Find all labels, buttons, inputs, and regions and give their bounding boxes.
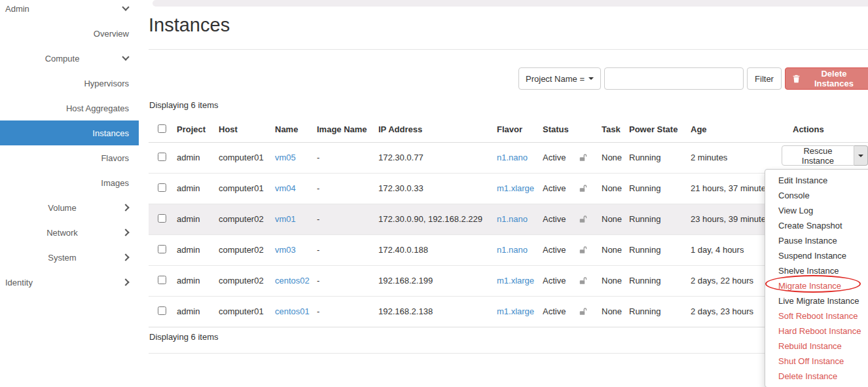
row-select-checkbox[interactable]: [158, 214, 166, 223]
menu-item-soft-reboot-instance[interactable]: Soft Reboot Instance: [765, 308, 868, 323]
sidebar-item-instances[interactable]: Instances: [0, 120, 139, 145]
cell-status: Active: [543, 173, 579, 204]
table-row: admincomputer02centos02-192.168.2.199m1.…: [149, 265, 868, 296]
menu-item-live-migrate-instance[interactable]: Live Migrate Instance: [765, 293, 868, 308]
filter-search-input[interactable]: [604, 67, 744, 90]
delete-instances-label: Delete Instances: [805, 69, 863, 88]
cell-host: computer01: [219, 142, 275, 173]
sidebar-item-overview[interactable]: Overview: [0, 21, 139, 46]
cell-project: admin: [177, 204, 219, 234]
delete-instances-button[interactable]: Delete Instances: [785, 67, 868, 90]
sidebar-item-label: Overview: [94, 29, 129, 39]
flavor-link[interactable]: n1.nano: [497, 214, 528, 224]
unlocked-icon: [579, 215, 602, 224]
filter-button[interactable]: Filter: [747, 67, 782, 90]
menu-item-shelve-instance[interactable]: Shelve Instance: [765, 263, 868, 278]
cell-power-state: Running: [629, 265, 691, 296]
cell-image-name: -: [317, 173, 378, 204]
cell-ip-address: 192.168.2.138: [378, 296, 497, 327]
column-header-actions: Actions: [793, 117, 868, 142]
flavor-link[interactable]: n1.nano: [497, 245, 528, 255]
unlocked-icon: [579, 153, 602, 162]
sidebar-item-label: Network: [46, 228, 78, 238]
sidebar-item-system[interactable]: System: [0, 245, 139, 270]
instance-name-link[interactable]: centos02: [275, 276, 310, 286]
select-all-checkbox[interactable]: [158, 124, 166, 133]
chevron-down-icon: [858, 155, 863, 157]
column-header-flavor: Flavor: [497, 117, 543, 142]
menu-item-suspend-instance[interactable]: Suspend Instance: [765, 248, 868, 263]
cell-project: admin: [177, 296, 219, 327]
menu-item-rebuild-instance[interactable]: Rebuild Instance: [765, 339, 868, 354]
cell-ip-address: 172.30.0.90, 192.168.2.229: [378, 204, 497, 234]
sidebar-item-network[interactable]: Network: [0, 220, 139, 245]
table-row: admincomputer02vm01-172.30.0.90, 192.168…: [149, 204, 868, 234]
sidebar-item-label: Instances: [92, 128, 129, 138]
cell-image-name: -: [317, 234, 378, 265]
menu-item-view-log[interactable]: View Log: [765, 203, 868, 218]
row-select-checkbox[interactable]: [158, 306, 166, 315]
instance-name-link[interactable]: centos01: [275, 306, 310, 316]
table-header-row: ProjectHostNameImage NameIP AddressFlavo…: [149, 117, 868, 142]
menu-item-shut-off-instance[interactable]: Shut Off Instance: [765, 354, 868, 369]
column-header-image-name: Image Name: [317, 117, 378, 142]
sidebar-item-host-aggregates[interactable]: Host Aggregates: [0, 96, 139, 120]
cell-task: None: [602, 142, 629, 173]
sidebar-item-label: Hypervisors: [84, 79, 129, 88]
cell-ip-address: 192.168.2.199: [378, 265, 497, 296]
sidebar-item-images[interactable]: Images: [0, 170, 139, 195]
column-header-power-state: Power State: [629, 117, 691, 142]
cell-power-state: Running: [629, 204, 691, 234]
footer-divider: [149, 353, 868, 354]
menu-item-create-snapshot[interactable]: Create Snapshot: [765, 218, 868, 233]
actions-caret-button[interactable]: [854, 145, 868, 166]
row-select-checkbox[interactable]: [158, 153, 166, 161]
menu-item-edit-instance[interactable]: Edit Instance: [765, 173, 868, 188]
cell-project: admin: [177, 234, 219, 265]
cell-ip-address: 172.30.0.33: [378, 173, 497, 204]
row-select-checkbox[interactable]: [158, 276, 166, 284]
column-header-project: Project: [177, 117, 219, 142]
sidebar-item-label: Admin: [5, 4, 29, 14]
row-select-checkbox[interactable]: [158, 245, 166, 253]
chevron-down-icon: [122, 53, 129, 60]
menu-item-pause-instance[interactable]: Pause Instance: [765, 233, 868, 248]
cell-host: computer01: [219, 173, 275, 204]
menu-item-console[interactable]: Console: [765, 188, 868, 203]
filter-field-dropdown[interactable]: Project Name =: [518, 67, 601, 90]
instance-name-link[interactable]: vm04: [275, 183, 296, 193]
sidebar-item-admin[interactable]: Admin: [0, 0, 139, 21]
sidebar-item-hypervisors[interactable]: Hypervisors: [0, 71, 139, 96]
cell-task: None: [602, 234, 629, 265]
sidebar-item-flavors[interactable]: Flavors: [0, 145, 139, 170]
instance-name-link[interactable]: vm03: [275, 245, 296, 255]
table-row: admincomputer02vm03-172.40.0.188n1.nanoA…: [149, 234, 868, 265]
sidebar-item-label: Host Aggregates: [66, 103, 129, 113]
cell-project: admin: [177, 142, 219, 173]
column-header-host: Host: [219, 117, 275, 142]
row-actions-menu: Edit InstanceConsoleView LogCreate Snaps…: [765, 169, 868, 387]
rescue-instance-button[interactable]: Rescue Instance: [782, 145, 854, 166]
flavor-link[interactable]: m1.xlarge: [497, 306, 534, 316]
sidebar-item-identity[interactable]: Identity: [0, 270, 139, 295]
title-divider: [149, 49, 868, 50]
menu-item-delete-instance[interactable]: Delete Instance: [765, 369, 868, 384]
menu-item-hard-reboot-instance[interactable]: Hard Reboot Instance: [765, 323, 868, 339]
sidebar-item-compute[interactable]: Compute: [0, 46, 139, 71]
menu-item-migrate-instance[interactable]: Migrate Instance: [765, 278, 868, 293]
sidebar-item-volume[interactable]: Volume: [0, 195, 139, 220]
row-select-checkbox[interactable]: [158, 183, 166, 192]
column-header-ip-address: IP Address: [378, 117, 497, 142]
flavor-link[interactable]: m1.xlarge: [497, 183, 534, 193]
cell-task: None: [602, 296, 629, 327]
flavor-link[interactable]: n1.nano: [497, 153, 528, 162]
instance-name-link[interactable]: vm05: [275, 153, 296, 162]
column-header-age: Age: [691, 117, 793, 142]
cell-status: Active: [543, 296, 579, 327]
sidebar-item-label: Compute: [45, 54, 80, 64]
instance-name-link[interactable]: vm01: [275, 214, 296, 224]
table-row: admincomputer01vm04-172.30.0.33m1.xlarge…: [149, 173, 868, 204]
flavor-link[interactable]: m1.xlarge: [497, 276, 534, 286]
sidebar-item-label: System: [48, 253, 76, 263]
sidebar: AdminOverviewComputeHypervisorsHost Aggr…: [0, 0, 139, 295]
